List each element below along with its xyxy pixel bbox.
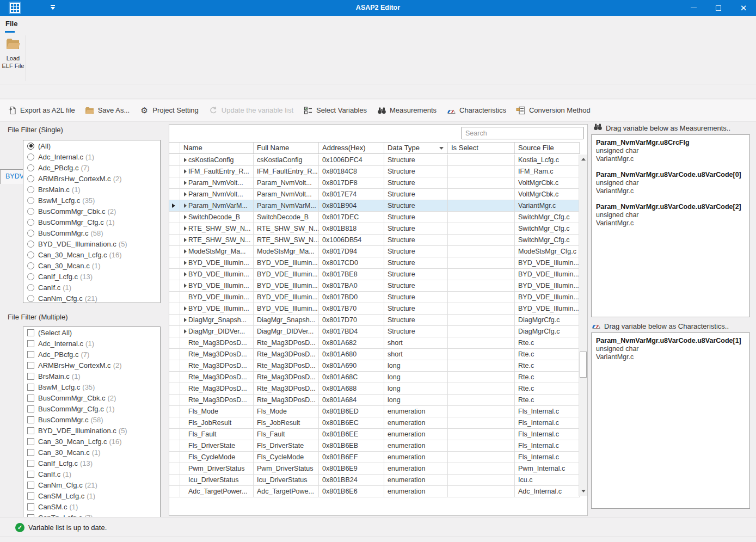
cell-data-type[interactable]: Structure — [384, 212, 448, 223]
table-row[interactable]: DiagMgr_Snapsh...DiagMgr_Snapsh...0x8017… — [169, 315, 580, 326]
radio-icon[interactable] — [27, 164, 34, 171]
radio-icon[interactable] — [27, 208, 34, 215]
cell-address[interactable]: 0x8017BD4 — [319, 326, 384, 337]
multiple-filter-item[interactable]: BYD_VDE_Illumination.c(5) — [23, 425, 160, 436]
checkbox-icon[interactable] — [27, 471, 34, 478]
cell-address[interactable]: 0x8017BE8 — [319, 269, 384, 280]
table-row[interactable]: ModeStsMgr_Ma...ModeStsMgr_Ma...0x8017D9… — [169, 246, 580, 257]
table-vertical-scrollbar[interactable] — [579, 155, 587, 496]
cell-data-type[interactable]: Structure — [384, 166, 448, 177]
cell-is-select[interactable] — [448, 246, 515, 257]
toolbar-select-variables-button[interactable]: Select Variables — [303, 106, 367, 115]
cell-is-select[interactable] — [448, 395, 515, 405]
column-header-address-hex-[interactable]: Address(Hex) — [319, 143, 384, 153]
cell-address[interactable]: 0x801B6EC — [319, 417, 384, 428]
cell-source-file[interactable]: Rte.c — [515, 360, 580, 371]
cell-data-type[interactable]: enumeration — [384, 417, 448, 428]
cell-is-select[interactable] — [448, 452, 515, 463]
column-header-full-name[interactable]: Full Name — [254, 143, 319, 153]
table-row[interactable]: Fls_CycleModeFls_CycleMode0x801B6EFenume… — [169, 452, 580, 463]
table-row[interactable]: BYD_VDE_Illumin...BYD_VDE_Illumin...0x80… — [169, 257, 580, 269]
cell-data-type[interactable]: Structure — [384, 200, 448, 211]
table-row[interactable]: SwitchDecode_BSwitchDecode_B0x8017DECStr… — [169, 212, 580, 223]
row-selector-cell[interactable] — [169, 166, 180, 177]
checkbox-icon[interactable] — [27, 373, 34, 380]
expand-arrow-icon[interactable] — [182, 329, 188, 334]
cell-address[interactable]: 0x801A690 — [319, 360, 384, 371]
checkbox-icon[interactable] — [27, 438, 34, 445]
cell-data-type[interactable]: Structure — [384, 292, 448, 303]
cell-source-file[interactable]: Rte.c — [515, 383, 580, 394]
cell-is-select[interactable] — [448, 166, 515, 177]
cell-name[interactable]: RTE_SHW_SW_N... — [180, 235, 254, 245]
cell-address[interactable]: 0x8017BA0 — [319, 280, 384, 291]
toolbar-measurements-button[interactable]: Measurements — [377, 106, 437, 115]
single-filter-item[interactable]: Adc_Internal.c(1) — [23, 151, 160, 162]
draggable-variable-card[interactable]: Param_NvmVarMgr.u8CrcFlgunsigned charVar… — [596, 138, 745, 163]
single-filter-item[interactable]: ARMBrsHw_CortexM.c(2) — [23, 173, 160, 184]
cell-data-type[interactable]: enumeration — [384, 406, 448, 417]
expand-arrow-icon[interactable] — [182, 284, 188, 288]
multiple-filter-item[interactable]: (Select All) — [23, 327, 160, 338]
table-row[interactable]: Fls_FaultFls_Fault0x801B6EEenumerationFl… — [169, 429, 580, 440]
cell-data-type[interactable]: Structure — [384, 257, 448, 268]
cell-full-name[interactable]: Param_NvmVolt... — [254, 189, 319, 200]
cell-name[interactable]: Fls_DriverState — [180, 440, 254, 451]
cell-is-select[interactable] — [448, 337, 515, 348]
expand-arrow-icon[interactable] — [182, 249, 188, 254]
row-selector-cell[interactable] — [169, 257, 180, 268]
cell-name[interactable]: Adc_TargetPower... — [180, 486, 254, 497]
expand-arrow-icon[interactable] — [182, 318, 188, 322]
cell-full-name[interactable]: Fls_DriverState — [254, 440, 319, 451]
cell-data-type[interactable]: enumeration — [384, 452, 448, 463]
cell-source-file[interactable]: Rte.c — [515, 372, 580, 383]
cell-full-name[interactable]: Param_NvmVarM... — [254, 200, 319, 211]
multiple-filter-item[interactable]: BusCommMgr.c(58) — [23, 414, 160, 425]
expand-arrow-icon[interactable] — [182, 192, 188, 196]
scrollbar-thumb[interactable] — [580, 352, 587, 378]
draggable-variable-card[interactable]: Param_NvmVarMgr.u8VarCode.u8VarCode[2]un… — [596, 202, 745, 227]
cell-name[interactable]: Fls_CycleMode — [180, 452, 254, 463]
cell-is-select[interactable] — [448, 349, 515, 360]
cell-full-name[interactable]: Rte_Mag3DPosD... — [254, 360, 319, 371]
cell-is-select[interactable] — [448, 315, 515, 325]
cell-address[interactable]: 0x8017DF8 — [319, 177, 384, 188]
table-row[interactable]: Icu_DriverStatusIcu_DriverStatus0x801BB2… — [169, 475, 580, 486]
cell-source-file[interactable]: BYD_VDE_Illumin... — [515, 303, 580, 314]
single-filter-item[interactable]: BusCommMgr.c(58) — [23, 227, 160, 238]
cell-name[interactable]: IFM_FaultEntry_R... — [180, 166, 254, 177]
table-row[interactable]: Fls_ModeFls_Mode0x801B6EDenumerationFls_… — [169, 406, 580, 417]
cell-address[interactable]: 0x801B6EE — [319, 429, 384, 440]
row-selector-cell[interactable] — [169, 292, 180, 303]
column-header-data-type[interactable]: Data Type — [384, 143, 448, 153]
multiple-filter-item[interactable]: BswM_Lcfg.c(35) — [23, 381, 160, 392]
toolbar-project-setting-button[interactable]: ⚙Project Setting — [139, 106, 199, 115]
cell-address[interactable]: 0x8017D70 — [319, 315, 384, 325]
expand-arrow-icon[interactable] — [182, 215, 188, 219]
characteristics-drop-list[interactable]: Param_NvmVarMgr.u8VarCode.u8VarCode[1]un… — [591, 332, 750, 509]
cell-full-name[interactable]: Fls_Fault — [254, 429, 319, 440]
row-selector-cell[interactable] — [169, 440, 180, 451]
cell-full-name[interactable]: Fls_JobResult — [254, 417, 319, 428]
cell-name[interactable]: SwitchDecode_B — [180, 212, 254, 223]
single-filter-item[interactable]: BusCommMgr_Cfg.c(1) — [23, 217, 160, 227]
cell-address[interactable]: 0x8017D94 — [319, 246, 384, 257]
row-selector-cell[interactable] — [169, 360, 180, 371]
multiple-filter-item[interactable]: Can_30_Mcan_Lcfg.c(16) — [23, 436, 160, 447]
row-selector-cell[interactable] — [169, 337, 180, 348]
row-selector-cell[interactable] — [169, 212, 180, 223]
cell-address[interactable]: 0x1006DB54 — [319, 235, 384, 245]
cell-is-select[interactable] — [448, 292, 515, 303]
cell-full-name[interactable]: Rte_Mag3DPosD... — [254, 337, 319, 348]
cell-full-name[interactable]: DiagMgr_DIDVer... — [254, 326, 319, 337]
cell-full-name[interactable]: Fls_CycleMode — [254, 452, 319, 463]
cell-name[interactable]: Rte_Mag3DPosD... — [180, 395, 254, 405]
cell-address[interactable]: 0x80184C8 — [319, 166, 384, 177]
table-row[interactable]: RTE_SHW_SW_N...RTE_SHW_SW_N...0x1006DB54… — [169, 235, 580, 246]
radio-icon[interactable] — [27, 153, 34, 161]
cell-source-file[interactable]: DiagMgrCfg.c — [515, 326, 580, 337]
row-selector-cell[interactable] — [169, 326, 180, 337]
table-row[interactable]: BYD_VDE_Illumin...BYD_VDE_Illumin...0x80… — [169, 280, 580, 292]
cell-is-select[interactable] — [448, 406, 515, 417]
cell-data-type[interactable]: enumeration — [384, 429, 448, 440]
